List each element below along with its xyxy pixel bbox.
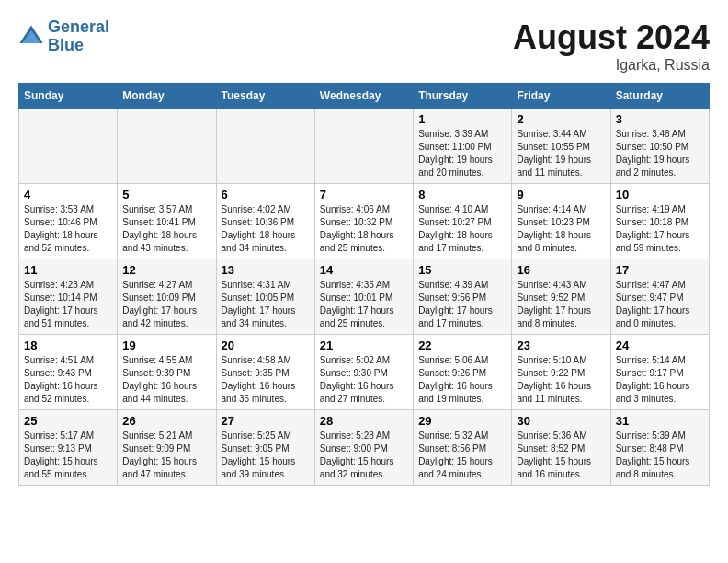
day-number: 28 xyxy=(320,414,408,428)
day-info: Sunrise: 3:53 AM Sunset: 10:46 PM Daylig… xyxy=(24,203,112,255)
day-info: Sunrise: 5:36 AM Sunset: 8:52 PM Dayligh… xyxy=(517,430,605,481)
logo-line2: Blue xyxy=(48,36,84,54)
day-number: 29 xyxy=(418,414,506,428)
title-block: August 2024 Igarka, Russia xyxy=(513,18,710,74)
day-info: Sunrise: 5:32 AM Sunset: 8:56 PM Dayligh… xyxy=(418,430,506,481)
logo: General Blue xyxy=(18,18,109,55)
day-number: 9 xyxy=(517,188,605,201)
day-info: Sunrise: 4:51 AM Sunset: 9:43 PM Dayligh… xyxy=(24,354,112,406)
month-year: August 2024 xyxy=(513,18,710,57)
week-row-1: 1Sunrise: 3:39 AM Sunset: 11:00 PM Dayli… xyxy=(19,109,710,184)
location: Igarka, Russia xyxy=(513,57,710,74)
day-number: 1 xyxy=(418,112,506,126)
calendar-cell: 20Sunrise: 4:58 AM Sunset: 9:35 PM Dayli… xyxy=(216,335,314,410)
day-info: Sunrise: 4:55 AM Sunset: 9:39 PM Dayligh… xyxy=(122,354,210,406)
day-number: 23 xyxy=(517,339,605,352)
calendar-cell: 17Sunrise: 4:47 AM Sunset: 9:47 PM Dayli… xyxy=(610,259,709,335)
day-info: Sunrise: 5:25 AM Sunset: 9:05 PM Dayligh… xyxy=(222,430,310,481)
calendar-cell: 24Sunrise: 5:14 AM Sunset: 9:17 PM Dayli… xyxy=(610,335,709,410)
day-number: 14 xyxy=(320,263,408,277)
day-number: 17 xyxy=(616,263,704,277)
calendar-cell: 16Sunrise: 4:43 AM Sunset: 9:52 PM Dayli… xyxy=(512,259,610,335)
calendar-cell: 28Sunrise: 5:28 AM Sunset: 9:00 PM Dayli… xyxy=(314,410,413,486)
day-info: Sunrise: 4:02 AM Sunset: 10:36 PM Daylig… xyxy=(222,203,310,255)
day-number: 24 xyxy=(616,339,704,352)
weekday-header-sunday: Sunday xyxy=(19,84,118,109)
day-number: 3 xyxy=(616,112,704,126)
day-number: 13 xyxy=(222,263,310,277)
calendar-cell: 14Sunrise: 4:35 AM Sunset: 10:01 PM Dayl… xyxy=(314,259,413,335)
day-number: 5 xyxy=(122,188,210,201)
calendar-cell: 30Sunrise: 5:36 AM Sunset: 8:52 PM Dayli… xyxy=(512,410,610,486)
day-number: 2 xyxy=(517,112,605,126)
calendar-cell: 26Sunrise: 5:21 AM Sunset: 9:09 PM Dayli… xyxy=(118,410,216,486)
day-info: Sunrise: 5:10 AM Sunset: 9:22 PM Dayligh… xyxy=(517,354,605,406)
logo-text: General Blue xyxy=(48,18,109,55)
weekday-header-saturday: Saturday xyxy=(610,84,709,109)
day-info: Sunrise: 4:19 AM Sunset: 10:18 PM Daylig… xyxy=(616,203,704,255)
day-number: 31 xyxy=(616,414,704,428)
calendar-cell: 6Sunrise: 4:02 AM Sunset: 10:36 PM Dayli… xyxy=(216,184,314,259)
day-info: Sunrise: 3:39 AM Sunset: 11:00 PM Daylig… xyxy=(418,128,506,179)
day-info: Sunrise: 4:58 AM Sunset: 9:35 PM Dayligh… xyxy=(222,354,310,406)
day-info: Sunrise: 3:44 AM Sunset: 10:55 PM Daylig… xyxy=(517,128,605,179)
day-number: 11 xyxy=(24,263,112,277)
calendar-cell: 13Sunrise: 4:31 AM Sunset: 10:05 PM Dayl… xyxy=(216,259,314,335)
day-info: Sunrise: 3:48 AM Sunset: 10:50 PM Daylig… xyxy=(616,128,704,179)
page-header: General Blue August 2024 Igarka, Russia xyxy=(18,18,710,74)
calendar-cell: 21Sunrise: 5:02 AM Sunset: 9:30 PM Dayli… xyxy=(314,335,413,410)
day-number: 20 xyxy=(222,339,310,352)
day-number: 26 xyxy=(122,414,210,428)
day-info: Sunrise: 4:39 AM Sunset: 9:56 PM Dayligh… xyxy=(418,279,506,330)
day-info: Sunrise: 5:21 AM Sunset: 9:09 PM Dayligh… xyxy=(122,430,210,481)
calendar-cell: 29Sunrise: 5:32 AM Sunset: 8:56 PM Dayli… xyxy=(414,410,512,486)
day-number: 30 xyxy=(517,414,605,428)
day-info: Sunrise: 4:47 AM Sunset: 9:47 PM Dayligh… xyxy=(616,279,704,330)
day-number: 19 xyxy=(122,339,210,352)
day-number: 6 xyxy=(222,188,310,201)
calendar-table: SundayMondayTuesdayWednesdayThursdayFrid… xyxy=(18,83,710,486)
calendar-cell: 3Sunrise: 3:48 AM Sunset: 10:50 PM Dayli… xyxy=(610,109,709,184)
day-info: Sunrise: 4:27 AM Sunset: 10:09 PM Daylig… xyxy=(122,279,210,330)
day-info: Sunrise: 5:17 AM Sunset: 9:13 PM Dayligh… xyxy=(24,430,112,481)
day-info: Sunrise: 4:31 AM Sunset: 10:05 PM Daylig… xyxy=(222,279,310,330)
week-row-3: 11Sunrise: 4:23 AM Sunset: 10:14 PM Dayl… xyxy=(19,259,710,335)
day-number: 22 xyxy=(418,339,506,352)
calendar-cell: 25Sunrise: 5:17 AM Sunset: 9:13 PM Dayli… xyxy=(19,410,118,486)
calendar-cell: 9Sunrise: 4:14 AM Sunset: 10:23 PM Dayli… xyxy=(512,184,610,259)
day-number: 10 xyxy=(616,188,704,201)
calendar-cell: 15Sunrise: 4:39 AM Sunset: 9:56 PM Dayli… xyxy=(414,259,512,335)
day-info: Sunrise: 5:06 AM Sunset: 9:26 PM Dayligh… xyxy=(418,354,506,406)
day-info: Sunrise: 4:43 AM Sunset: 9:52 PM Dayligh… xyxy=(517,279,605,330)
calendar-cell: 8Sunrise: 4:10 AM Sunset: 10:27 PM Dayli… xyxy=(414,184,512,259)
calendar-cell xyxy=(118,109,216,184)
week-row-5: 25Sunrise: 5:17 AM Sunset: 9:13 PM Dayli… xyxy=(19,410,710,486)
day-info: Sunrise: 4:06 AM Sunset: 10:32 PM Daylig… xyxy=(320,203,408,255)
weekday-header-monday: Monday xyxy=(118,84,216,109)
calendar-cell xyxy=(314,109,413,184)
day-number: 8 xyxy=(418,188,506,201)
calendar-cell: 22Sunrise: 5:06 AM Sunset: 9:26 PM Dayli… xyxy=(414,335,512,410)
calendar-cell: 27Sunrise: 5:25 AM Sunset: 9:05 PM Dayli… xyxy=(216,410,314,486)
day-number: 21 xyxy=(320,339,408,352)
day-info: Sunrise: 5:02 AM Sunset: 9:30 PM Dayligh… xyxy=(320,354,408,406)
day-info: Sunrise: 4:23 AM Sunset: 10:14 PM Daylig… xyxy=(24,279,112,330)
calendar-cell: 12Sunrise: 4:27 AM Sunset: 10:09 PM Dayl… xyxy=(118,259,216,335)
day-info: Sunrise: 4:14 AM Sunset: 10:23 PM Daylig… xyxy=(517,203,605,255)
logo-line1: General xyxy=(48,17,109,36)
calendar-cell: 1Sunrise: 3:39 AM Sunset: 11:00 PM Dayli… xyxy=(414,109,512,184)
day-number: 25 xyxy=(24,414,112,428)
day-info: Sunrise: 4:10 AM Sunset: 10:27 PM Daylig… xyxy=(418,203,506,255)
calendar-cell: 23Sunrise: 5:10 AM Sunset: 9:22 PM Dayli… xyxy=(512,335,610,410)
day-number: 7 xyxy=(320,188,408,201)
week-row-4: 18Sunrise: 4:51 AM Sunset: 9:43 PM Dayli… xyxy=(19,335,710,410)
weekday-header-row: SundayMondayTuesdayWednesdayThursdayFrid… xyxy=(19,84,710,109)
weekday-header-thursday: Thursday xyxy=(414,84,512,109)
day-info: Sunrise: 5:39 AM Sunset: 8:48 PM Dayligh… xyxy=(616,430,704,481)
day-info: Sunrise: 5:28 AM Sunset: 9:00 PM Dayligh… xyxy=(320,430,408,481)
calendar-cell: 4Sunrise: 3:53 AM Sunset: 10:46 PM Dayli… xyxy=(19,184,118,259)
day-number: 12 xyxy=(122,263,210,277)
calendar-cell: 31Sunrise: 5:39 AM Sunset: 8:48 PM Dayli… xyxy=(610,410,709,486)
calendar-cell: 5Sunrise: 3:57 AM Sunset: 10:41 PM Dayli… xyxy=(118,184,216,259)
calendar-cell: 18Sunrise: 4:51 AM Sunset: 9:43 PM Dayli… xyxy=(19,335,118,410)
